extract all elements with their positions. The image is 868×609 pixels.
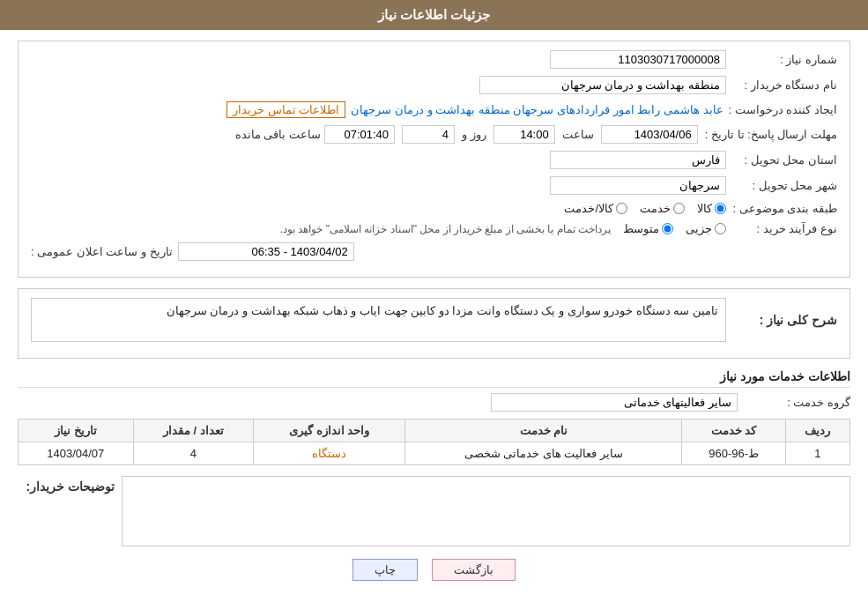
shomare-niaz-label: شماره نیاز : (731, 53, 837, 66)
remaining-time-input (324, 125, 395, 144)
data-table: ردیف کد خدمت نام خدمت واحد اندازه گیری ت… (18, 419, 850, 465)
farayand-motevaset-label: متوسط (623, 222, 659, 235)
cell-kod: ط-96-960 (682, 442, 785, 465)
now-farayand-desc: پرداخت تمام یا بخشی از مبلغ خریدار از مح… (280, 223, 611, 235)
details-section: شماره نیاز : نام دستگاه خریدار : ایجاد ک… (18, 41, 850, 278)
tabaqe-khedmat-radio[interactable] (673, 203, 685, 214)
farayand-motevaset-radio[interactable] (662, 223, 673, 234)
row-taarikh-elam: تاریخ و ساعت اعلان عمومی : (31, 242, 837, 261)
page-wrapper: جزئیات اطلاعات نیاز شماره نیاز : نام دست… (0, 0, 868, 609)
now-farayand-radio-group: جزیی متوسط (623, 222, 726, 235)
mohlat-time-label: ساعت (562, 128, 594, 141)
tawzih-textarea[interactable] (122, 476, 850, 546)
col-kod: کد خدمت (682, 420, 785, 442)
grooh-row: گروه خدمت : (18, 393, 850, 412)
table-row: 1 ط-96-960 سایر فعالیت های خدماتی شخصی د… (19, 442, 850, 465)
tabaqe-kala-khedmat-label: کالا/خدمت (564, 202, 613, 215)
mohlat-time-input (493, 125, 555, 144)
tabaqe-kala-radio[interactable] (715, 203, 726, 214)
main-content: شماره نیاز : نام دستگاه خریدار : ایجاد ک… (0, 30, 868, 600)
cell-radif: 1 (785, 442, 849, 465)
tabaqe-kala-khedmat-item: کالا/خدمت (564, 202, 627, 215)
grooh-input (491, 393, 738, 412)
cell-tedad: 4 (133, 442, 254, 465)
row-now-farayand: نوع فرآیند خرید : جزیی متوسط پرداخت تمام… (31, 222, 837, 235)
mohlat-label: مهلت ارسال پاسخ: تا تاریخ : (705, 128, 837, 141)
remaining-time-container: ساعت باقی مانده (235, 125, 395, 144)
ijad-konande-label: ایجاد کننده درخواست : (729, 103, 837, 116)
grooh-label: گروه خدمت : (745, 396, 850, 409)
mohlat-roz-input (402, 125, 455, 144)
cell-vahed: دستگاه (254, 442, 405, 465)
farayand-jozi-item: جزیی (686, 222, 726, 235)
tabaqe-khedmat-label: خدمت (640, 202, 671, 215)
row-sharh: شرح کلی نیاز : تامین سه دستگاه خودرو سوا… (31, 298, 837, 342)
cell-nam: سایر فعالیت های خدماتی شخصی (405, 442, 682, 465)
page-header: جزئیات اطلاعات نیاز (0, 0, 868, 30)
col-radif: ردیف (785, 420, 849, 442)
tabaqe-kala-label: کالا (697, 202, 712, 215)
col-taarikh: تاریخ نیاز (19, 420, 134, 442)
mohlat-roz-label: روز و (462, 128, 486, 141)
tabaqe-label: طبقه بندی موضوعی : (731, 202, 837, 215)
sharh-label: شرح کلی نیاز : (731, 313, 837, 327)
nam-dastgah-label: نام دستگاه خریدار : (731, 78, 837, 92)
khadamat-title: اطلاعات خدمات مورد نیاز (18, 369, 850, 388)
table-section: ردیف کد خدمت نام خدمت واحد اندازه گیری ت… (18, 419, 850, 465)
header-title: جزئیات اطلاعات نیاز (378, 7, 490, 22)
shahr-input (550, 176, 726, 195)
remaining-label: ساعت باقی مانده (235, 128, 321, 141)
row-tabaqe: طبقه بندی موضوعی : کالا خدمت کالا/خدمت (31, 202, 837, 215)
tabaqe-khedmat-item: خدمت (640, 202, 685, 215)
row-shahr: شهر محل تحویل : (31, 176, 837, 195)
ostan-label: استان محل تحویل : (731, 153, 837, 167)
ostan-input (550, 151, 726, 169)
row-mohlat: مهلت ارسال پاسخ: تا تاریخ : ساعت روز و س… (31, 125, 837, 144)
tawzih-label: توضیحات خریدار: (18, 476, 115, 494)
tabaqe-radio-group: کالا خدمت کالا/خدمت (564, 202, 726, 215)
row-shomare-niaz: شماره نیاز : (31, 50, 837, 69)
sharh-section: شرح کلی نیاز : تامین سه دستگاه خودرو سوا… (18, 288, 850, 359)
row-nam-dastgah: نام دستگاه خریدار : (31, 76, 837, 94)
now-farayand-label: نوع فرآیند خرید : (731, 222, 837, 235)
shahr-label: شهر محل تحویل : (731, 179, 837, 192)
farayand-jozi-radio[interactable] (715, 223, 726, 234)
buttons-row: بازگشت چاپ (18, 559, 850, 581)
farayand-motevaset-item: متوسط (623, 222, 673, 235)
col-tedad: تعداد / مقدار (133, 420, 254, 442)
col-vahed: واحد اندازه گیری (254, 420, 405, 442)
row-ijad-konande: ایجاد کننده درخواست : عابد هاشمی رابط ام… (31, 101, 837, 118)
row-ostan: استان محل تحویل : (31, 151, 837, 169)
taarikh-elam-label: تاریخ و ساعت اعلان عمومی : (31, 245, 173, 258)
ijad-konande-value: عابد هاشمی رابط امور قراردادهای سرجهان م… (351, 103, 723, 116)
cell-taarikh: 1403/04/07 (19, 442, 134, 465)
tamaas-khardar-link[interactable]: اطلاعات تماس خریدار (226, 101, 345, 118)
col-nam: نام خدمت (405, 420, 682, 442)
shomare-niaz-input (550, 50, 726, 69)
nam-dastgah-input (479, 76, 726, 94)
print-button[interactable]: چاپ (352, 559, 418, 581)
tabaqe-kala-item: کالا (697, 202, 726, 215)
sharh-value: تامین سه دستگاه خودرو سواری و یک دستگاه … (31, 298, 726, 342)
mohlat-date-input (601, 125, 698, 144)
farayand-jozi-label: جزیی (686, 222, 712, 235)
taarikh-elam-input (178, 242, 354, 261)
tabaqe-kala-khedmat-radio[interactable] (616, 203, 627, 214)
back-button[interactable]: بازگشت (432, 559, 516, 581)
tawzih-section: توضیحات خریدار: (18, 476, 850, 546)
